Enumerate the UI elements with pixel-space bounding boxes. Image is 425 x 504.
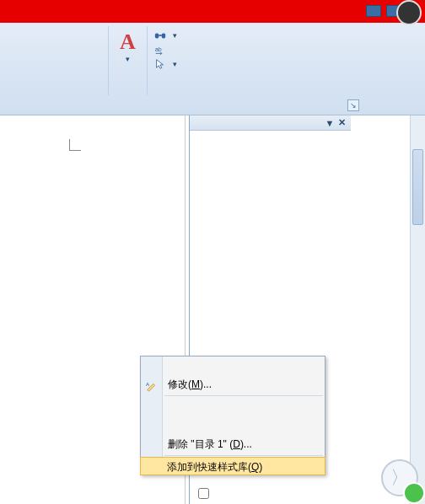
work-area: ▼ ✕ A 修改(M)... 删除 "目录 1" (D)... 添加到快速样式库… [0, 115, 425, 504]
ctx-modify[interactable]: A 修改(M)... [141, 375, 325, 394]
binoculars-icon [154, 29, 166, 41]
editing-group: ▾ ab ▾ [148, 26, 184, 95]
margin-corner-icon [69, 139, 81, 151]
minimize-button[interactable] [366, 5, 381, 17]
change-styles-icon: A [112, 29, 143, 55]
vertical-scrollbar[interactable] [410, 115, 425, 504]
close-overlay-button[interactable] [396, 0, 422, 25]
show-preview-row[interactable] [198, 488, 212, 499]
svg-rect-0 [155, 33, 159, 38]
style-subtle-emphasis[interactable] [66, 28, 83, 70]
ctx-delete[interactable]: 删除 "目录 1" (D)... [141, 435, 325, 453]
show-preview-checkbox[interactable] [198, 488, 209, 499]
find-button[interactable]: ▾ [154, 29, 177, 41]
svg-rect-1 [162, 33, 165, 38]
pane-dropdown-icon[interactable]: ▼ [324, 118, 336, 128]
ctx-select-all [141, 398, 325, 416]
style-subtitle[interactable] [46, 28, 62, 70]
styles-dialog-launcher[interactable]: ↘ [347, 99, 359, 111]
change-styles-button[interactable]: A ▾ [109, 26, 148, 95]
svg-text:A: A [146, 381, 150, 387]
svg-rect-2 [159, 35, 162, 36]
scrollbar-thumb[interactable] [412, 149, 423, 225]
pane-header[interactable]: ▼ ✕ [190, 115, 351, 131]
style-emphasis[interactable] [86, 28, 103, 70]
pane-close-icon[interactable]: ✕ [336, 117, 347, 128]
context-menu: A 修改(M)... 删除 "目录 1" (D)... 添加到快速样式库(Q) [140, 356, 325, 475]
cursor-icon [154, 58, 166, 70]
status-badge[interactable] [403, 482, 425, 504]
ribbon: A ▾ ▾ ab ▾ ↘ [0, 23, 425, 115]
ctx-update-to-match[interactable] [141, 357, 325, 375]
replace-icon: ab [154, 44, 166, 56]
ctx-delete-all-unused [141, 416, 325, 435]
style-title[interactable] [25, 28, 42, 70]
modify-icon: A [144, 377, 159, 392]
style-heading-2[interactable] [5, 28, 22, 70]
styles-gallery [0, 26, 109, 95]
ctx-add-to-quick-gallery[interactable]: 添加到快速样式库(Q) [140, 457, 325, 475]
select-button[interactable]: ▾ [154, 58, 177, 70]
title-bar [0, 0, 425, 23]
replace-button[interactable]: ab [154, 44, 177, 56]
svg-text:ab: ab [155, 46, 162, 52]
